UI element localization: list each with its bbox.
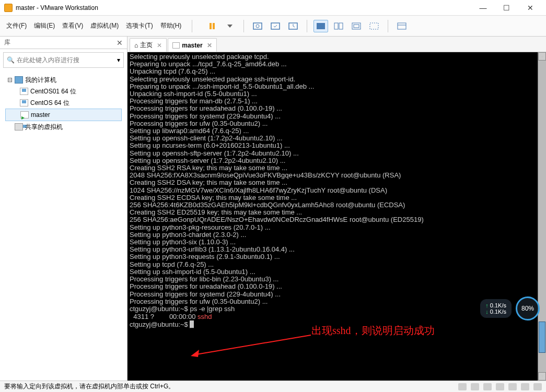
tab-master[interactable]: master✕ bbox=[168, 38, 216, 52]
stretched-button[interactable] bbox=[367, 20, 381, 32]
tab-bar: ⌂主页✕ master✕ bbox=[127, 37, 546, 52]
device-icon[interactable] bbox=[471, 383, 479, 390]
menu-bar: 文件(F) 编辑(E) 查看(V) 虚拟机(M) 选项卡(T) 帮助(H) bbox=[0, 16, 546, 37]
svg-rect-0 bbox=[210, 23, 212, 29]
search-dropdown-icon[interactable]: ▾ bbox=[117, 56, 120, 64]
snapshot-revert-button[interactable] bbox=[286, 20, 300, 32]
tree-label: CentOS01 64 位 bbox=[30, 86, 76, 97]
device-icon[interactable] bbox=[533, 383, 542, 390]
minimize-button[interactable]: — bbox=[471, 0, 495, 16]
scroll-up-button[interactable]: ▴ bbox=[538, 52, 546, 61]
device-icon[interactable] bbox=[458, 383, 467, 390]
view-unity-button[interactable] bbox=[331, 20, 346, 32]
library-sidebar: 库 ✕ 🔍 ▾ ⊟我的计算机 CentOS01 64 位 CentOS 64 位… bbox=[0, 37, 127, 381]
search-box[interactable]: 🔍 ▾ bbox=[3, 52, 124, 68]
tree-label: 我的计算机 bbox=[25, 74, 56, 86]
svg-rect-11 bbox=[354, 25, 359, 28]
search-icon: 🔍 bbox=[7, 56, 15, 64]
window-title: master - VMware Workstation bbox=[16, 4, 98, 11]
tab-label: 主页 bbox=[140, 41, 153, 50]
svg-rect-1 bbox=[213, 23, 215, 29]
shell-command: ps -e |grep ssh bbox=[190, 305, 235, 313]
svg-point-4 bbox=[256, 25, 259, 28]
svg-rect-8 bbox=[334, 23, 338, 29]
status-bar: 要将输入定向到该虚拟机，请在虚拟机内部单击或按 Ctrl+G。 bbox=[0, 381, 546, 392]
tab-home[interactable]: ⌂主页✕ bbox=[130, 38, 167, 52]
tree-label: master bbox=[31, 109, 50, 121]
snapshot-manage-button[interactable] bbox=[268, 20, 283, 32]
svg-rect-9 bbox=[339, 23, 343, 29]
home-icon: ⌂ bbox=[134, 42, 138, 49]
device-icon[interactable] bbox=[508, 383, 517, 390]
tree-label: CentOS 64 位 bbox=[30, 97, 69, 109]
tab-close-icon[interactable]: ✕ bbox=[157, 42, 162, 49]
pause-button[interactable] bbox=[205, 20, 219, 32]
tab-label: master bbox=[182, 42, 202, 49]
svg-marker-2 bbox=[227, 25, 233, 28]
snapshot-button[interactable] bbox=[250, 20, 265, 32]
close-button[interactable]: ✕ bbox=[518, 0, 542, 16]
device-icon[interactable] bbox=[483, 383, 492, 390]
view-console-button[interactable] bbox=[313, 20, 328, 32]
terminal-scrollbar[interactable]: ▴ ▾ bbox=[538, 52, 546, 381]
svg-rect-13 bbox=[398, 23, 406, 29]
svg-rect-12 bbox=[370, 23, 378, 29]
menu-tabs[interactable]: 选项卡(T) bbox=[126, 21, 153, 30]
shell-output-pid: 4311 ? 00:00:00 bbox=[130, 313, 198, 320]
device-icon[interactable] bbox=[521, 383, 529, 390]
app-icon bbox=[4, 4, 13, 12]
scroll-down-button[interactable]: ▾ bbox=[538, 372, 546, 381]
tree-vm-centos01[interactable]: CentOS01 64 位 bbox=[5, 86, 122, 97]
svg-rect-5 bbox=[271, 23, 280, 29]
cursor: _ bbox=[190, 320, 193, 328]
menu-help[interactable]: 帮助(H) bbox=[160, 21, 182, 30]
tab-close-icon[interactable]: ✕ bbox=[207, 42, 212, 49]
maximize-button[interactable]: ☐ bbox=[495, 0, 518, 16]
fullscreen-button[interactable] bbox=[349, 20, 364, 32]
scroll-thumb[interactable] bbox=[539, 322, 545, 353]
svg-rect-3 bbox=[253, 23, 262, 29]
status-text: 要将输入定向到该虚拟机，请在虚拟机内部单击或按 Ctrl+G。 bbox=[4, 382, 175, 391]
vm-icon bbox=[172, 42, 180, 49]
toolbar bbox=[205, 20, 409, 32]
status-device-icons bbox=[458, 383, 542, 390]
svg-rect-7 bbox=[317, 23, 325, 29]
sidebar-close-icon[interactable]: ✕ bbox=[117, 39, 123, 47]
shell-prompt: ctguzyj@ubuntu:~$ bbox=[130, 305, 190, 313]
tree-my-computer[interactable]: ⊟我的计算机 bbox=[5, 74, 122, 86]
main-area: ⌂主页✕ master✕ Selecting previously unsele… bbox=[127, 37, 546, 381]
menu-edit[interactable]: 编辑(E) bbox=[34, 21, 55, 30]
vm-tree: ⊟我的计算机 CentOS01 64 位 CentOS 64 位 master … bbox=[0, 71, 127, 136]
svg-rect-10 bbox=[352, 23, 361, 29]
library-button[interactable] bbox=[394, 20, 409, 32]
shell-prompt: ctguzyj@ubuntu:~$ bbox=[130, 320, 190, 328]
search-input[interactable] bbox=[17, 56, 115, 64]
tree-shared-vms[interactable]: 共享的虚拟机 bbox=[5, 121, 122, 133]
sidebar-title: 库 bbox=[4, 38, 10, 47]
vm-console[interactable]: Selecting previously unselected package … bbox=[127, 52, 546, 381]
menu-view[interactable]: 查看(V) bbox=[62, 21, 83, 30]
tree-label: 共享的虚拟机 bbox=[25, 121, 63, 133]
title-bar: master - VMware Workstation — ☐ ✕ bbox=[0, 0, 546, 16]
shell-output-sshd: sshd bbox=[198, 313, 212, 320]
device-icon[interactable] bbox=[496, 383, 504, 390]
menu-file[interactable]: 文件(F) bbox=[6, 21, 27, 30]
menu-vm[interactable]: 虚拟机(M) bbox=[90, 21, 119, 30]
power-dropdown[interactable] bbox=[223, 20, 237, 32]
scroll-track[interactable] bbox=[538, 61, 546, 372]
tree-vm-centos[interactable]: CentOS 64 位 bbox=[5, 97, 122, 109]
tree-vm-master[interactable]: master bbox=[5, 109, 122, 121]
